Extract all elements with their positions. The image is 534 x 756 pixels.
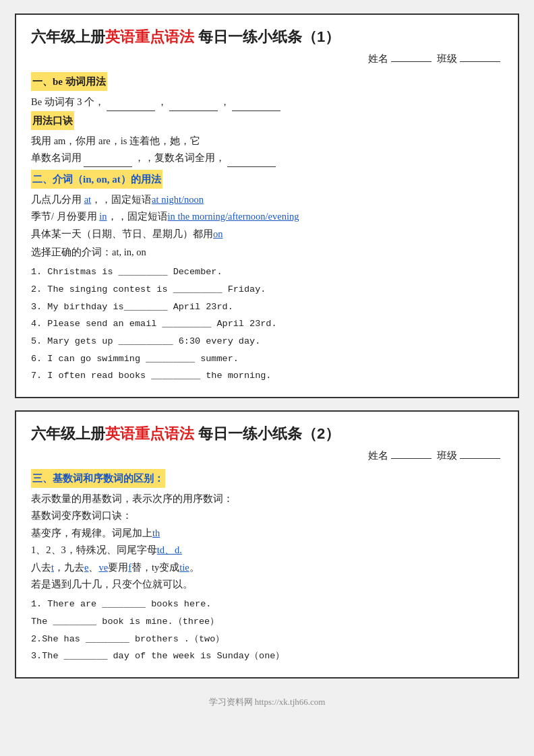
card1-name-label: 姓名 xyxy=(368,53,388,64)
card1-body: 一、be 动词用法 Be 动词有 3 个，，， 用法口诀 我用 am，你用 ar… xyxy=(31,72,503,385)
card1-title-cn: 六年级上册 xyxy=(31,28,105,45)
body2: 基数词变序数词口诀： xyxy=(31,507,503,524)
exercises-2: 1. There are ________ books here. The __… xyxy=(31,596,503,665)
footer-text: 学习资料网 https://xk.tjh66.com xyxy=(209,697,326,707)
body6: 若是遇到几十几，只变个位就可以。 xyxy=(31,576,503,593)
card2-class-blank[interactable] xyxy=(460,458,500,459)
body5: 八去t，九去e、ve要用f替，ty变成tie。 xyxy=(31,559,503,576)
plural-blank[interactable] xyxy=(227,166,276,167)
card-2: 六年级上册英语重点语法 每日一练小纸条（2） 姓名 班级 三、基数词和序数词的区… xyxy=(15,410,519,679)
be-verb-line: Be 动词有 3 个，，， xyxy=(31,94,503,111)
ex2-3a: 3.The ________ day of the week is Sunday… xyxy=(31,648,503,665)
be-blank-3[interactable] xyxy=(232,111,280,111)
card2-title-red: 英语重点语法 xyxy=(105,425,194,442)
section3-label: 三、基数词和序数词的区别： xyxy=(31,469,165,488)
card1-name-blank[interactable] xyxy=(391,61,432,62)
choose-label: 选择正确的介词：at, in, on xyxy=(31,244,503,261)
card1-class-label: 班级 xyxy=(437,53,457,64)
ex1-4: 4. Please send an email _________ April … xyxy=(31,315,503,333)
footer: 学习资料网 https://xk.tjh66.com xyxy=(209,696,326,708)
card2-name-blank[interactable] xyxy=(391,458,432,459)
section2-label: 二、介词（in, on, at）的用法 xyxy=(31,170,162,189)
exercises-1: 1. Christmas is _________ December. 2. T… xyxy=(31,263,503,384)
singular-blank[interactable] xyxy=(84,166,132,167)
card1-class-blank[interactable] xyxy=(460,61,500,62)
card2-title-rest: 每日一练小纸条（2） xyxy=(194,425,340,442)
be-verb-text: Be 动词有 3 个， xyxy=(31,96,105,107)
card2-title-cn: 六年级上册 xyxy=(31,425,105,442)
ex1-2: 2. The singing contest is _________ Frid… xyxy=(31,281,503,298)
body4: 1、2、3，特殊况、同尾字母td、d. xyxy=(31,542,503,559)
section1-label: 一、be 动词用法 xyxy=(31,72,503,94)
card1-title: 六年级上册英语重点语法 每日一练小纸条（1） xyxy=(31,27,503,47)
usage-label-wrap: 用法口诀 xyxy=(31,111,503,133)
ex1-7: 7. I often read books _________ the morn… xyxy=(31,367,503,385)
section2-label-wrap: 二、介词（in, on, at）的用法 xyxy=(31,170,503,191)
prep-at-line: 几点几分用 at，，固定短语at night/noon xyxy=(31,191,503,208)
card2-name-line: 姓名 班级 xyxy=(31,449,503,462)
card1-name-line: 姓名 班级 xyxy=(31,53,503,65)
ex2-1a: 1. There are ________ books here. xyxy=(31,596,503,613)
ex1-3: 3. My birthday is________ April 23rd. xyxy=(31,298,503,316)
card2-class-label: 班级 xyxy=(437,450,457,461)
card1-title-rest: 每日一练小纸条（1） xyxy=(194,28,340,45)
ex1-5: 5. Mary gets up __________ 6:30 every da… xyxy=(31,333,503,350)
usage-line1: 我用 am，你用 are，is 连着他，她，它 xyxy=(31,133,503,150)
prep-on-line: 具体某一天（日期、节日、星期几）都用on xyxy=(31,226,503,243)
usage-label: 用法口诀 xyxy=(31,111,74,130)
card2-body: 三、基数词和序数词的区别： 表示数量的用基数词，表示次序的用序数词： 基数词变序… xyxy=(31,469,503,665)
card-1: 六年级上册英语重点语法 每日一练小纸条（1） 姓名 班级 一、be 动词用法 B… xyxy=(15,13,519,398)
ex1-1: 1. Christmas is _________ December. xyxy=(31,263,503,281)
ex2-2a: 2.She has ________ brothers .（two） xyxy=(31,631,503,648)
body3: 基变序，有规律。词尾加上th xyxy=(31,525,503,542)
card2-title: 六年级上册英语重点语法 每日一练小纸条（2） xyxy=(31,424,503,444)
ex1-6: 6. I can go swimming _________ summer. xyxy=(31,350,503,368)
be-blank-1[interactable] xyxy=(107,111,155,111)
prep-in-line: 季节/ 月份要用 in，，固定短语in the morning/afternoo… xyxy=(31,208,503,225)
card1-title-red: 英语重点语法 xyxy=(105,28,194,45)
ex2-1b: The ________ book is mine.（three） xyxy=(31,613,503,631)
be-blank-2[interactable] xyxy=(169,111,218,111)
body1: 表示数量的用基数词，表示次序的用序数词： xyxy=(31,491,503,507)
card2-name-label: 姓名 xyxy=(368,450,388,461)
usage-line2: 单数名词用，，复数名词全用， xyxy=(31,150,503,166)
section3-label-wrap: 三、基数词和序数词的区别： xyxy=(31,469,503,491)
